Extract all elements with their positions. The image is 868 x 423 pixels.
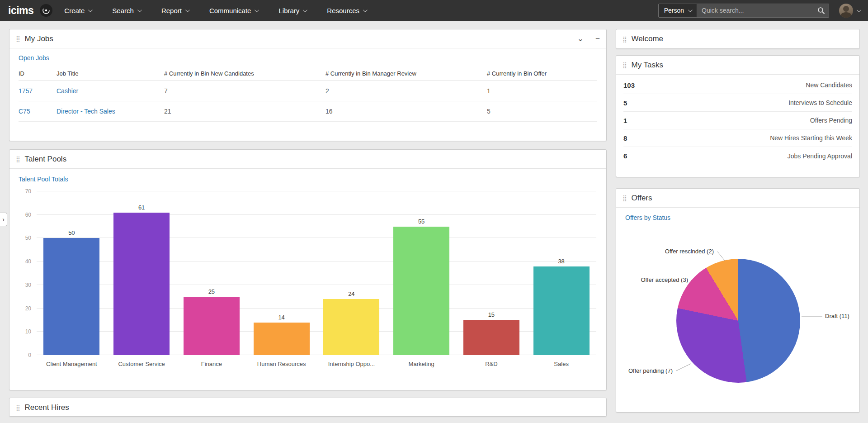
minimize-icon[interactable]: − — [595, 35, 600, 43]
task-row[interactable]: 103 New Candidates — [623, 76, 852, 94]
menu-report[interactable]: Report — [161, 7, 189, 14]
bar-finance[interactable] — [184, 297, 240, 355]
cell-new-candidates: 7 — [164, 87, 326, 95]
offers-panel: ⣿ Offers Offers by Status Draft (11) Off… — [616, 188, 860, 413]
cell-offer: 5 — [487, 108, 597, 115]
bar-slot: 50 — [37, 191, 107, 355]
task-row[interactable]: 5 Interviews to Schedule — [623, 94, 852, 112]
drag-handle-icon[interactable]: ⣿ — [623, 36, 627, 42]
bar-category-label: Marketing — [387, 357, 457, 369]
recent-hires-panel: ⣿ Recent Hires — [9, 398, 607, 417]
panel-title: My Tasks — [632, 61, 664, 70]
menu-resources[interactable]: Resources — [327, 7, 366, 14]
bar-value-label: 25 — [208, 288, 215, 295]
offers-content: Offers by Status Draft (11) Offer pendin… — [616, 208, 859, 412]
sidebar-expander[interactable]: › — [0, 213, 7, 226]
task-count: 8 — [623, 134, 627, 142]
bar-slot: 15 — [457, 191, 527, 355]
menu-library[interactable]: Library — [278, 7, 306, 14]
menu-search-label: Search — [112, 7, 134, 14]
job-title-link[interactable]: Director - Tech Sales — [57, 108, 115, 115]
bar-category-label: Sales — [526, 357, 596, 369]
chevron-down-icon — [303, 8, 307, 12]
search-scope-dropdown[interactable]: Person — [658, 4, 697, 18]
menu-communicate[interactable]: Communicate — [209, 7, 258, 14]
y-tick-label: 60 — [25, 212, 31, 218]
compass-icon — [42, 6, 50, 14]
bar-sales[interactable] — [533, 266, 590, 356]
bar-customer-service[interactable] — [113, 213, 170, 355]
icims-logo[interactable]: icims — [8, 5, 33, 17]
bar-value-label: 55 — [418, 218, 425, 225]
talent-pools-panel: ⣿ Talent Pools Talent Pool Totals 010203… — [9, 149, 607, 390]
bar-client-management[interactable] — [43, 238, 99, 355]
user-avatar[interactable] — [839, 4, 853, 18]
y-tick-label: 20 — [25, 305, 31, 312]
drag-handle-icon[interactable]: ⣿ — [623, 62, 627, 68]
menu-library-label: Library — [278, 7, 299, 14]
chevron-down-icon — [88, 8, 93, 12]
bar-internship-oppo-[interactable] — [323, 299, 379, 355]
task-row[interactable]: 8 New Hires Starting this Week — [623, 129, 852, 147]
open-jobs-link[interactable]: Open Jobs — [19, 54, 49, 62]
my-jobs-panel: ⣿ My Jobs ⌄ − Open Jobs ID Job Title # C… — [9, 29, 607, 141]
menu-create[interactable]: Create — [64, 7, 91, 14]
bar-category-label: Customer Service — [107, 357, 177, 369]
user-menu-chevron-icon[interactable] — [857, 8, 861, 12]
pie-label-pending: Offer pending (7) — [628, 367, 673, 374]
task-row[interactable]: 6 Jobs Pending Approval — [623, 147, 852, 165]
chevron-down-icon — [185, 8, 190, 12]
bar-slot: 55 — [387, 191, 457, 355]
bar-value-label: 24 — [348, 290, 354, 297]
collapse-chevron-icon[interactable]: ⌄ — [577, 35, 584, 43]
panel-title: Welcome — [632, 34, 664, 43]
task-label: Interviews to Schedule — [788, 99, 852, 106]
y-tick-label: 50 — [25, 235, 31, 241]
menu-search[interactable]: Search — [112, 7, 141, 14]
cell-manager-review: 2 — [326, 87, 487, 95]
col-header-bin-offer: # Currently in Bin Offer — [487, 70, 597, 77]
drag-handle-icon[interactable]: ⣿ — [16, 405, 20, 411]
bar-r-d[interactable] — [463, 320, 519, 355]
table-row: 1757 Cashier 7 2 1 — [19, 81, 597, 101]
task-label: New Hires Starting this Week — [770, 134, 852, 142]
menu-resources-label: Resources — [327, 7, 359, 14]
talent-pools-bar-chart: 010203040506070 5061251424551538 Client … — [19, 191, 597, 369]
recent-hires-header: ⣿ Recent Hires — [9, 398, 606, 417]
pie-label-rescinded: Offer rescinded (2) — [665, 248, 714, 255]
offers-by-status-link[interactable]: Offers by Status — [625, 214, 670, 221]
quick-search-input[interactable] — [697, 4, 829, 18]
menu-communicate-label: Communicate — [209, 7, 251, 14]
cell-new-candidates: 21 — [164, 108, 326, 115]
table-row: C75 Director - Tech Sales 21 16 5 — [19, 101, 597, 122]
dashboard: ⣿ My Jobs ⌄ − Open Jobs ID Job Title # C… — [0, 21, 868, 423]
bar-marketing[interactable] — [393, 227, 449, 355]
y-tick-label: 10 — [25, 328, 31, 335]
bar-category-label: R&D — [457, 357, 527, 369]
y-tick-label: 0 — [28, 352, 31, 358]
offers-pie-chart[interactable] — [676, 259, 800, 383]
job-title-link[interactable]: Cashier — [57, 87, 78, 95]
bar-chart-yaxis: 010203040506070 — [19, 191, 33, 355]
bar-value-label: 15 — [488, 311, 495, 318]
task-label: Jobs Pending Approval — [788, 152, 852, 160]
job-id-link[interactable]: C75 — [19, 108, 30, 115]
bar-slot: 25 — [177, 191, 247, 355]
panel-title: Offers — [632, 194, 652, 203]
drag-handle-icon[interactable]: ⣿ — [16, 156, 20, 162]
col-header-job-title: Job Title — [57, 70, 164, 77]
job-id-link[interactable]: 1757 — [19, 87, 33, 95]
talent-pool-totals-link[interactable]: Talent Pool Totals — [19, 176, 68, 183]
search-scope-label: Person — [664, 7, 684, 14]
product-switcher-icon[interactable] — [40, 4, 52, 17]
pie-label-accepted: Offer accepted (3) — [641, 276, 688, 283]
search-icon[interactable] — [817, 7, 825, 16]
table-header-row: ID Job Title # Currently in Bin New Cand… — [19, 67, 597, 81]
bar-human-resources[interactable] — [254, 323, 310, 355]
menu-report-label: Report — [161, 7, 182, 14]
drag-handle-icon[interactable]: ⣿ — [16, 36, 20, 42]
task-count: 1 — [623, 117, 627, 124]
task-row[interactable]: 1 Offers Pending — [623, 112, 852, 129]
col-header-bin-manager-review: # Currently in Bin Manager Review — [326, 70, 487, 77]
drag-handle-icon[interactable]: ⣿ — [623, 195, 627, 201]
